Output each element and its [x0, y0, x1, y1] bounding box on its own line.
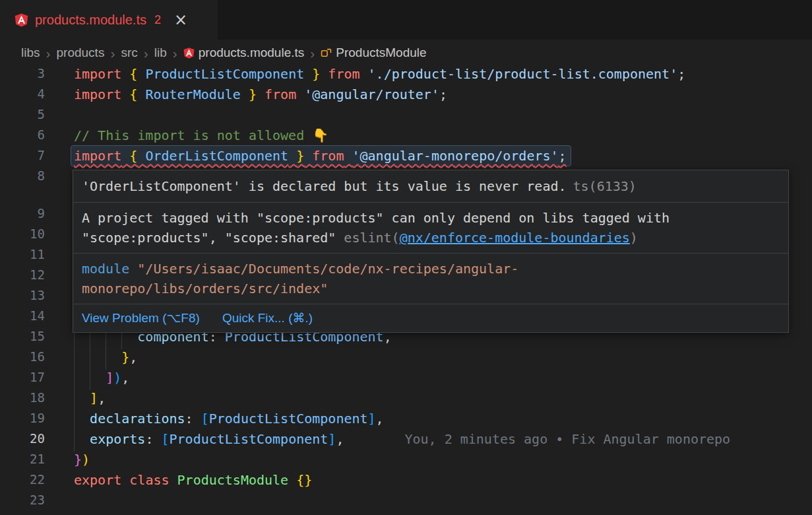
code-line[interactable]: 6// This import is not allowed 👇 [0, 127, 812, 148]
eslint-message-line2: "scope:products", "scope:shared" eslint(… [82, 228, 780, 248]
line-number[interactable]: 21 [0, 452, 45, 472]
code-token [241, 86, 249, 102]
code-token: ProductsModule [177, 472, 289, 488]
code-line-content[interactable]: export class ProductsModule {} [45, 472, 812, 493]
code-text: import { RouterModule } from '@angular/r… [74, 86, 447, 102]
breadcrumb-item-file[interactable]: products.module.ts [183, 46, 305, 60]
code-token [296, 86, 304, 102]
code-line-content[interactable]: declarations: [ProductListComponent], [45, 411, 812, 431]
code-line-content[interactable]: import { RouterModule } from '@angular/r… [45, 86, 812, 107]
code-token: , [98, 390, 106, 406]
code-token: ProductListComponent [209, 411, 368, 427]
code-line-content[interactable] [45, 107, 812, 127]
line-number[interactable]: 9 [0, 206, 45, 226]
code-line-content[interactable]: ]), [45, 370, 812, 390]
code-line[interactable]: 20 exports: [ProductListComponent],You, … [0, 431, 812, 452]
chevron-right-icon: › [310, 46, 315, 60]
code-token: RouterModule [145, 86, 241, 102]
code-token [320, 66, 328, 82]
code-token [74, 349, 121, 365]
line-number[interactable]: 20 [0, 431, 45, 452]
line-number[interactable]: 8 [0, 168, 45, 189]
code-token [74, 390, 90, 406]
view-problem-action[interactable]: View Problem (⌥F8) [82, 310, 200, 326]
hover-module-row: module "/Users/isaac/Documents/code/nx-r… [73, 253, 788, 304]
code-line-content[interactable] [45, 493, 812, 513]
angular-file-icon [15, 13, 28, 27]
hover-eslint-row: A project tagged with "scope:products" c… [73, 202, 788, 253]
code-line-content[interactable]: import { ProductListComponent } from './… [45, 66, 812, 86]
breadcrumb-item-lib[interactable]: lib [154, 46, 167, 60]
code-token [170, 472, 177, 488]
breadcrumb-item-symbol[interactable]: ProductsModule [321, 46, 426, 60]
hover-actions-row: View Problem (⌥F8) Quick Fix... (⌘.) [73, 304, 788, 332]
angular-file-icon [183, 46, 195, 60]
code-token: import [74, 148, 121, 164]
code-token [137, 148, 145, 164]
line-number[interactable]: 6 [0, 127, 45, 148]
code-token: ] [106, 370, 113, 386]
line-number[interactable]: 13 [0, 288, 45, 308]
chevron-right-icon: › [173, 46, 177, 60]
line-number[interactable]: 4 [0, 86, 45, 107]
close-icon[interactable]: × [174, 12, 187, 28]
line-number[interactable]: 22 [0, 472, 45, 493]
line-number[interactable]: 12 [0, 267, 45, 288]
line-number[interactable]: 16 [0, 349, 45, 370]
code-line[interactable]: 22export class ProductsModule {} [0, 472, 812, 493]
quick-fix-action[interactable]: Quick Fix... (⌘.) [222, 310, 313, 326]
code-line[interactable]: 18 ], [0, 390, 812, 411]
tab-products-module[interactable]: products.module.ts 2 × [0, 0, 218, 40]
breadcrumb: libs › products › src › lib › products.m… [0, 40, 812, 66]
code-line[interactable]: 23 [0, 493, 812, 513]
line-number[interactable]: 19 [0, 411, 45, 431]
line-number[interactable]: 18 [0, 390, 45, 411]
code-line[interactable]: 5 [0, 107, 812, 127]
breadcrumb-item-src[interactable]: src [121, 46, 137, 60]
code-token: ; [439, 86, 447, 102]
line-number[interactable]: 11 [0, 247, 45, 267]
code-line-content[interactable]: }, [45, 349, 812, 370]
code-text: }, [74, 349, 137, 365]
breadcrumb-label: libs [21, 46, 40, 60]
code-line-content[interactable]: }) [45, 452, 812, 472]
module-path-line1: module "/Users/isaac/Documents/code/nx-r… [82, 259, 780, 279]
code-line[interactable]: 17 ]), [0, 370, 812, 390]
code-token [74, 370, 106, 386]
code-token: from [328, 66, 359, 82]
code-line[interactable]: 4import { RouterModule } from '@angular/… [0, 86, 812, 107]
code-line-content[interactable]: ], [45, 390, 812, 411]
vscode-window: products.module.ts 2 × libs › products ›… [0, 0, 812, 515]
line-number[interactable]: 5 [0, 107, 45, 127]
module-path-line2: monorepo/libs/orders/src/index" [82, 279, 780, 298]
code-line-content[interactable]: // This import is not allowed 👇 [45, 127, 812, 148]
code-token: OrderListComponent [145, 148, 288, 164]
code-text: }) [74, 452, 90, 467]
code-line[interactable]: 7import { OrderListComponent } from '@an… [0, 148, 812, 168]
breadcrumb-item-libs[interactable]: libs [21, 46, 40, 60]
eslint-message-text: "scope:products", "scope:shared" [82, 230, 344, 246]
code-line-content[interactable]: exports: [ProductListComponent],You, 2 m… [45, 431, 812, 452]
line-number[interactable]: 17 [0, 370, 45, 390]
line-number[interactable]: 7 [0, 148, 45, 168]
code-line[interactable]: 16 }, [0, 349, 812, 370]
code-line[interactable]: 21}) [0, 452, 812, 472]
line-number[interactable]: 10 [0, 226, 45, 247]
code-token: ProductListComponent [170, 431, 328, 447]
line-number[interactable]: 23 [0, 493, 45, 513]
editor[interactable]: 3import { ProductListComponent } from '.… [0, 66, 812, 515]
code-token [344, 148, 352, 164]
line-number[interactable]: 3 [0, 66, 45, 86]
code-line[interactable]: 3import { ProductListComponent } from '.… [0, 66, 812, 86]
eslint-rule-link[interactable]: @nx/enforce-module-boundaries [400, 230, 630, 246]
code-token: { [129, 66, 137, 82]
breadcrumb-item-products[interactable]: products [57, 46, 105, 60]
code-token: declarations [90, 411, 185, 427]
code-line-content[interactable]: import { OrderListComponent } from '@ang… [45, 148, 812, 168]
code-text: export class ProductsModule {} [74, 472, 312, 488]
code-line[interactable]: 19 declarations: [ProductListComponent], [0, 411, 812, 431]
code-token [74, 411, 90, 427]
line-number[interactable]: 15 [0, 329, 45, 349]
line-number[interactable]: 14 [0, 308, 45, 329]
class-symbol-icon [321, 46, 332, 60]
